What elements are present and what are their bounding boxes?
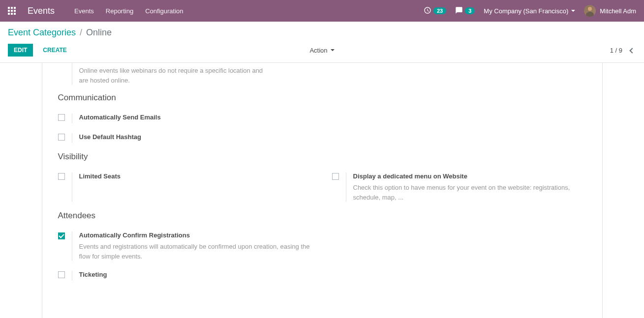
checkbox-limited-seats[interactable]	[58, 173, 65, 180]
field-default-hashtag: Use Default Hashtag	[58, 128, 312, 148]
help-dedicated-menu: Check this option to have menus for your…	[353, 183, 586, 202]
label-dedicated-menu: Display a dedicated menu on Website	[353, 173, 586, 180]
checkbox-default-hashtag[interactable]	[58, 134, 65, 141]
field-dedicated-menu: Display a dedicated menu on Website Chec…	[332, 168, 586, 207]
nav-right: 23 3 My Company (San Francisco) Mitchell…	[424, 5, 636, 17]
svg-point-0	[588, 7, 592, 11]
user-menu[interactable]: Mitchell Adm	[584, 5, 636, 17]
label-limited-seats: Limited Seats	[79, 173, 312, 180]
chevron-left-icon	[629, 48, 635, 53]
label-default-hashtag: Use Default Hashtag	[79, 133, 312, 141]
user-name: Mitchell Adm	[600, 7, 636, 15]
chat-icon	[455, 6, 463, 16]
checkbox-ticketing[interactable]	[58, 271, 65, 278]
navbar: Events Events Reporting Configuration 23…	[0, 0, 644, 22]
pager[interactable]: 1 / 9	[610, 47, 622, 54]
breadcrumb-parent[interactable]: Event Categories	[8, 28, 76, 38]
form-sheet: Online events like webinars do not requi…	[42, 63, 603, 318]
nav-item-events[interactable]: Events	[74, 7, 94, 15]
field-auto-confirm: Automatically Confirm Registrations Even…	[58, 227, 312, 266]
pager-prev-button[interactable]	[628, 45, 636, 56]
online-help-text: Online events like webinars do not requi…	[79, 66, 266, 85]
brand-title[interactable]: Events	[28, 6, 55, 16]
clock-icon	[424, 6, 431, 16]
checkbox-send-emails[interactable]	[58, 114, 65, 121]
activity-badge: 23	[433, 7, 446, 14]
help-auto-confirm: Events and registrations will automatica…	[79, 242, 312, 261]
breadcrumb-separator: /	[80, 28, 82, 38]
online-help-row: Online events like webinars do not requi…	[42, 63, 602, 89]
label-send-emails: Automatically Send Emails	[79, 114, 312, 121]
nav-item-configuration[interactable]: Configuration	[145, 7, 183, 15]
field-limited-seats: Limited Seats	[58, 168, 312, 207]
toolbar: Edit Create Action 1 / 9	[0, 42, 644, 63]
edit-button[interactable]: Edit	[8, 44, 33, 57]
avatar	[584, 5, 596, 17]
checkbox-auto-confirm[interactable]	[58, 232, 65, 239]
breadcrumb: Event Categories / Online	[0, 22, 644, 42]
breadcrumb-current: Online	[86, 28, 112, 38]
section-title-visibility: Visibility	[42, 148, 602, 168]
chevron-down-icon	[331, 49, 335, 51]
nav-menu: Events Reporting Configuration	[74, 7, 183, 15]
nav-item-reporting[interactable]: Reporting	[106, 7, 133, 15]
company-name: My Company (San Francisco)	[484, 7, 568, 15]
chat-badge: 3	[465, 7, 475, 14]
create-button[interactable]: Create	[37, 44, 72, 57]
checkbox-dedicated-menu[interactable]	[332, 173, 339, 180]
apps-icon[interactable]	[8, 7, 16, 15]
label-ticketing: Ticketing	[79, 271, 312, 278]
chat-indicator[interactable]: 3	[455, 6, 475, 16]
section-title-attendees: Attendees	[42, 207, 602, 227]
chevron-down-icon	[571, 10, 575, 12]
action-dropdown[interactable]: Action	[309, 47, 334, 54]
label-auto-confirm: Automatically Confirm Registrations	[79, 231, 312, 239]
action-label: Action	[309, 47, 327, 54]
section-title-communication: Communication	[42, 89, 602, 109]
activity-indicator[interactable]: 23	[424, 6, 446, 16]
field-send-emails: Automatically Send Emails	[58, 109, 312, 128]
company-selector[interactable]: My Company (San Francisco)	[484, 7, 575, 15]
field-ticketing: Ticketing	[58, 266, 312, 286]
